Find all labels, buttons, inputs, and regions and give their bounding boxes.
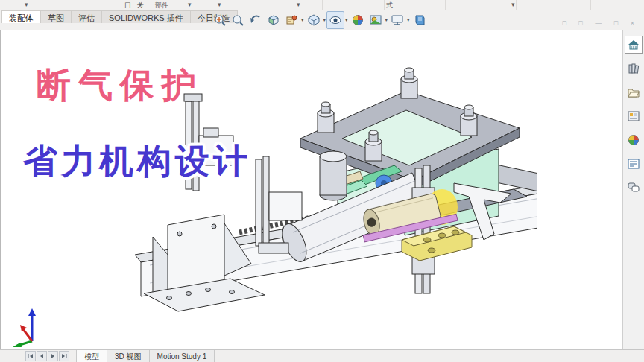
- ribbon-divider: [224, 0, 224, 10]
- command-tab-评估[interactable]: 评估: [71, 10, 102, 23]
- ribbon-divider: [590, 0, 591, 10]
- task-pane-view-palette-icon[interactable]: [625, 107, 643, 125]
- task-pane-home-icon[interactable]: [625, 36, 643, 54]
- task-pane-custom-properties-icon[interactable]: [625, 155, 643, 173]
- bottom-tab-模型[interactable]: 模型: [76, 350, 107, 362]
- ribbon-fragment[interactable]: ▾: [188, 1, 192, 8]
- command-manager-tabs: 装配体草图评估SOLIDWORKS 插件今日制造: [1, 10, 237, 23]
- tab-nav-buttons: [25, 350, 70, 362]
- annotation-views-dropdown-caret[interactable]: ▾: [301, 17, 304, 23]
- ribbon-fragment[interactable]: ▾: [218, 1, 221, 8]
- ribbon-fragment[interactable]: 部件: [155, 1, 168, 10]
- ribbon-fragment[interactable]: 式: [386, 1, 393, 10]
- command-tab-SOLIDWORKS 插件[interactable]: SOLIDWORKS 插件: [101, 10, 191, 23]
- apply-scene-icon[interactable]: [367, 11, 385, 29]
- previous-view-icon[interactable]: [247, 11, 265, 29]
- section-view-icon[interactable]: [265, 11, 282, 29]
- zoom-to-fit-icon[interactable]: [211, 11, 229, 29]
- display-style-dropdown-caret[interactable]: ▾: [345, 17, 348, 23]
- ribbon-fragment[interactable]: ▾: [297, 1, 300, 8]
- heads-up-view-toolbar: ▾▾▾▾▾: [211, 11, 429, 29]
- ribbon-divider: [322, 0, 323, 10]
- command-tab-装配体[interactable]: 装配体: [1, 10, 41, 23]
- ribbon-divider: [183, 0, 183, 10]
- ribbon-fragment[interactable]: ▾: [511, 1, 515, 8]
- apply-scene-dropdown-caret[interactable]: ▾: [385, 17, 388, 23]
- ribbon-fragment[interactable]: ▾: [139, 1, 142, 8]
- view-orientation-dropdown-caret[interactable]: ▾: [323, 17, 326, 23]
- graphics-viewport[interactable]: 断气保护 省力机构设计: [0, 30, 624, 350]
- view-orientation-icon[interactable]: [305, 11, 323, 29]
- ribbon-fragment[interactable]: ▾: [25, 1, 28, 8]
- edit-appearance-icon[interactable]: [349, 11, 367, 29]
- annotation-views-icon[interactable]: [282, 11, 300, 29]
- ribbon-divider: [445, 0, 446, 10]
- ribbon-cropped-row: ▾口分▾部件▾▾▾式▾: [0, 0, 644, 10]
- overlay-title-line2: 省力机构设计: [23, 139, 251, 185]
- ribbon-divider: [384, 0, 385, 10]
- ribbon-header: ▾口分▾部件▾▾▾式▾ 装配体草图评估SOLIDWORKS 插件今日制造 ▾▾▾…: [0, 0, 644, 30]
- bottom-tab-3D 视图[interactable]: 3D 视图: [107, 350, 150, 362]
- view-settings-dropdown-caret[interactable]: ▾: [407, 17, 410, 23]
- task-pane-file-explorer-icon[interactable]: [625, 83, 643, 101]
- coordinate-triad: [10, 307, 45, 347]
- ribbon-divider: [341, 0, 341, 10]
- nav-next-button[interactable]: [48, 351, 58, 361]
- ribbon-fragment[interactable]: 口: [124, 1, 131, 10]
- nav-last-button[interactable]: [59, 351, 69, 361]
- overlay-title-line1: 断气保护: [37, 63, 203, 109]
- ribbon-divider: [256, 0, 256, 10]
- bottom-tabs: 模型3D 视图Motion Study 1: [70, 350, 215, 362]
- ribbon-divider: [291, 0, 291, 10]
- document-window-controls[interactable]: □ □ — □ ×: [562, 19, 640, 27]
- drawing-view-icon[interactable]: [411, 11, 429, 29]
- ribbon-divider: [516, 0, 517, 10]
- bottom-tab-Motion Study 1[interactable]: Motion Study 1: [150, 350, 215, 362]
- bottom-tab-bar: 模型3D 视图Motion Study 1: [0, 349, 644, 362]
- task-pane-appearances-icon[interactable]: [625, 131, 643, 149]
- view-settings-icon[interactable]: [388, 11, 406, 29]
- nav-first-button[interactable]: [25, 351, 36, 361]
- display-style-icon[interactable]: [326, 11, 344, 29]
- task-pane: [622, 30, 644, 350]
- command-tab-草图[interactable]: 草图: [40, 10, 72, 23]
- task-pane-forum-icon[interactable]: [625, 179, 643, 197]
- nav-prev-button[interactable]: [37, 351, 47, 361]
- task-pane-design-library-icon[interactable]: [625, 60, 643, 77]
- zoom-to-area-icon[interactable]: [229, 11, 247, 29]
